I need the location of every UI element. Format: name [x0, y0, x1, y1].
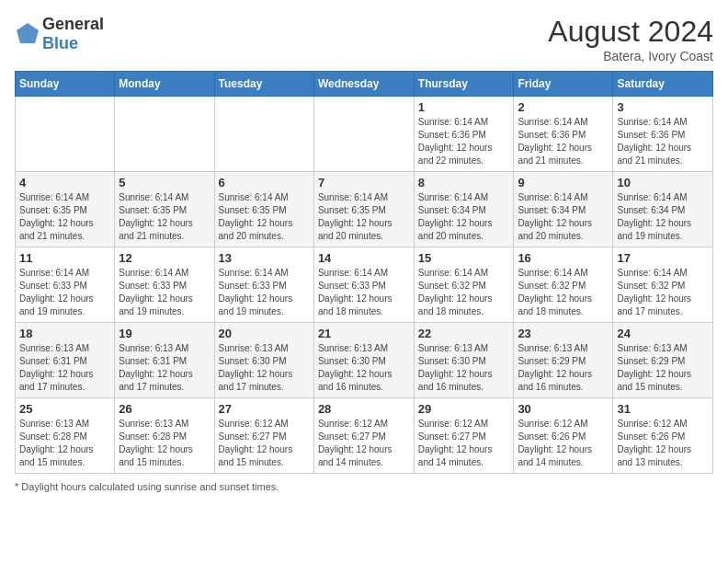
calendar-day-cell: 21Sunrise: 6:13 AM Sunset: 6:30 PM Dayli… [313, 323, 414, 398]
svg-marker-0 [17, 23, 39, 43]
day-number: 18 [19, 327, 110, 340]
logo: General Blue [15, 15, 104, 53]
calendar-day-header: Wednesday [313, 72, 414, 97]
day-number: 19 [119, 327, 210, 340]
day-info: Sunrise: 6:12 AM Sunset: 6:27 PM Dayligh… [219, 418, 310, 469]
day-number: 31 [617, 402, 709, 416]
calendar-day-header: Friday [514, 72, 613, 97]
day-number: 22 [418, 327, 510, 340]
logo-general: General [42, 15, 104, 33]
day-info: Sunrise: 6:13 AM Sunset: 6:30 PM Dayligh… [318, 342, 410, 394]
day-info: Sunrise: 6:14 AM Sunset: 6:33 PM Dayligh… [19, 267, 110, 318]
calendar-day-cell: 28Sunrise: 6:12 AM Sunset: 6:27 PM Dayli… [313, 398, 414, 474]
main-title: August 2024 [548, 15, 713, 49]
calendar-day-cell: 25Sunrise: 6:13 AM Sunset: 6:28 PM Dayli… [16, 398, 115, 474]
day-info: Sunrise: 6:13 AM Sunset: 6:29 PM Dayligh… [617, 342, 709, 394]
calendar-day-cell: 19Sunrise: 6:13 AM Sunset: 6:31 PM Dayli… [115, 323, 214, 398]
calendar-day-cell: 6Sunrise: 6:14 AM Sunset: 6:35 PM Daylig… [214, 172, 313, 247]
day-number: 13 [219, 251, 310, 265]
calendar-day-cell: 15Sunrise: 6:14 AM Sunset: 6:32 PM Dayli… [414, 247, 514, 323]
calendar-week-row: 18Sunrise: 6:13 AM Sunset: 6:31 PM Dayli… [16, 323, 713, 398]
day-info: Sunrise: 6:12 AM Sunset: 6:26 PM Dayligh… [518, 418, 609, 469]
day-info: Sunrise: 6:13 AM Sunset: 6:31 PM Dayligh… [119, 342, 210, 394]
day-number: 7 [318, 176, 410, 190]
day-info: Sunrise: 6:14 AM Sunset: 6:34 PM Dayligh… [617, 191, 709, 243]
day-info: Sunrise: 6:13 AM Sunset: 6:28 PM Dayligh… [119, 418, 210, 469]
calendar-table: SundayMondayTuesdayWednesdayThursdayFrid… [15, 71, 713, 474]
day-info: Sunrise: 6:12 AM Sunset: 6:26 PM Dayligh… [617, 418, 709, 469]
calendar-body: 1Sunrise: 6:14 AM Sunset: 6:36 PM Daylig… [16, 97, 713, 474]
calendar-day-cell [214, 97, 313, 172]
day-number: 27 [219, 402, 310, 416]
day-number: 2 [518, 100, 609, 114]
calendar-day-cell: 8Sunrise: 6:14 AM Sunset: 6:34 PM Daylig… [414, 172, 514, 247]
calendar-day-cell: 20Sunrise: 6:13 AM Sunset: 6:30 PM Dayli… [214, 323, 313, 398]
day-info: Sunrise: 6:14 AM Sunset: 6:35 PM Dayligh… [119, 191, 210, 243]
calendar-day-cell: 14Sunrise: 6:14 AM Sunset: 6:33 PM Dayli… [313, 247, 414, 323]
calendar-header: SundayMondayTuesdayWednesdayThursdayFrid… [16, 72, 713, 97]
day-info: Sunrise: 6:12 AM Sunset: 6:27 PM Dayligh… [318, 418, 410, 469]
logo-icon [15, 21, 40, 47]
day-number: 29 [418, 402, 510, 416]
title-section: August 2024 Batera, Ivory Coast [548, 15, 713, 63]
calendar-day-cell [16, 97, 115, 172]
footer-note-text: Daylight hours [21, 481, 85, 492]
day-info: Sunrise: 6:14 AM Sunset: 6:36 PM Dayligh… [617, 116, 709, 167]
day-info: Sunrise: 6:14 AM Sunset: 6:35 PM Dayligh… [19, 191, 110, 243]
day-number: 11 [19, 251, 110, 265]
calendar-day-cell: 3Sunrise: 6:14 AM Sunset: 6:36 PM Daylig… [613, 97, 713, 172]
day-number: 6 [219, 176, 310, 190]
calendar-day-cell: 11Sunrise: 6:14 AM Sunset: 6:33 PM Dayli… [16, 247, 115, 323]
day-info: Sunrise: 6:14 AM Sunset: 6:33 PM Dayligh… [318, 267, 410, 318]
day-info: Sunrise: 6:14 AM Sunset: 6:35 PM Dayligh… [219, 191, 310, 243]
calendar-day-cell: 22Sunrise: 6:13 AM Sunset: 6:30 PM Dayli… [414, 323, 514, 398]
day-info: Sunrise: 6:13 AM Sunset: 6:29 PM Dayligh… [518, 342, 609, 394]
day-number: 15 [418, 251, 510, 265]
day-number: 10 [617, 176, 709, 190]
calendar-header-row: SundayMondayTuesdayWednesdayThursdayFrid… [16, 72, 713, 97]
day-number: 20 [219, 327, 310, 340]
day-info: Sunrise: 6:14 AM Sunset: 6:33 PM Dayligh… [119, 267, 210, 318]
day-info: Sunrise: 6:12 AM Sunset: 6:27 PM Dayligh… [418, 418, 510, 469]
day-info: Sunrise: 6:14 AM Sunset: 6:34 PM Dayligh… [418, 191, 510, 243]
calendar-day-cell: 10Sunrise: 6:14 AM Sunset: 6:34 PM Dayli… [613, 172, 713, 247]
calendar-day-cell: 1Sunrise: 6:14 AM Sunset: 6:36 PM Daylig… [414, 97, 514, 172]
day-number: 23 [518, 327, 609, 340]
calendar-day-cell: 13Sunrise: 6:14 AM Sunset: 6:33 PM Dayli… [214, 247, 313, 323]
day-number: 24 [617, 327, 709, 340]
subtitle: Batera, Ivory Coast [548, 49, 713, 63]
calendar-day-cell [115, 97, 214, 172]
calendar-day-cell: 7Sunrise: 6:14 AM Sunset: 6:35 PM Daylig… [313, 172, 414, 247]
day-number: 1 [418, 100, 510, 114]
day-number: 4 [19, 176, 110, 190]
day-info: Sunrise: 6:14 AM Sunset: 6:32 PM Dayligh… [418, 267, 510, 318]
day-number: 28 [318, 402, 410, 416]
day-number: 25 [19, 402, 110, 416]
calendar-day-header: Thursday [414, 72, 514, 97]
calendar-day-cell: 4Sunrise: 6:14 AM Sunset: 6:35 PM Daylig… [16, 172, 115, 247]
calendar-day-header: Sunday [16, 72, 115, 97]
calendar-day-cell: 26Sunrise: 6:13 AM Sunset: 6:28 PM Dayli… [115, 398, 214, 474]
day-number: 5 [119, 176, 210, 190]
footer-note: * Daylight hours calculated using sunris… [15, 481, 713, 492]
day-info: Sunrise: 6:14 AM Sunset: 6:33 PM Dayligh… [219, 267, 310, 318]
day-number: 3 [617, 100, 709, 114]
calendar-day-cell: 30Sunrise: 6:12 AM Sunset: 6:26 PM Dayli… [514, 398, 613, 474]
calendar-day-header: Monday [115, 72, 214, 97]
day-number: 8 [418, 176, 510, 190]
day-info: Sunrise: 6:14 AM Sunset: 6:34 PM Dayligh… [518, 191, 609, 243]
calendar-day-cell: 24Sunrise: 6:13 AM Sunset: 6:29 PM Dayli… [613, 323, 713, 398]
day-number: 17 [617, 251, 709, 265]
day-number: 16 [518, 251, 609, 265]
day-number: 30 [518, 402, 609, 416]
calendar-day-cell: 5Sunrise: 6:14 AM Sunset: 6:35 PM Daylig… [115, 172, 214, 247]
day-info: Sunrise: 6:13 AM Sunset: 6:28 PM Dayligh… [19, 418, 110, 469]
calendar-day-cell: 23Sunrise: 6:13 AM Sunset: 6:29 PM Dayli… [514, 323, 613, 398]
day-info: Sunrise: 6:14 AM Sunset: 6:36 PM Dayligh… [518, 116, 609, 167]
logo-blue: Blue [42, 34, 78, 52]
day-number: 9 [518, 176, 609, 190]
calendar-day-header: Saturday [613, 72, 713, 97]
calendar-day-cell: 9Sunrise: 6:14 AM Sunset: 6:34 PM Daylig… [514, 172, 613, 247]
day-number: 12 [119, 251, 210, 265]
day-info: Sunrise: 6:13 AM Sunset: 6:30 PM Dayligh… [219, 342, 310, 394]
